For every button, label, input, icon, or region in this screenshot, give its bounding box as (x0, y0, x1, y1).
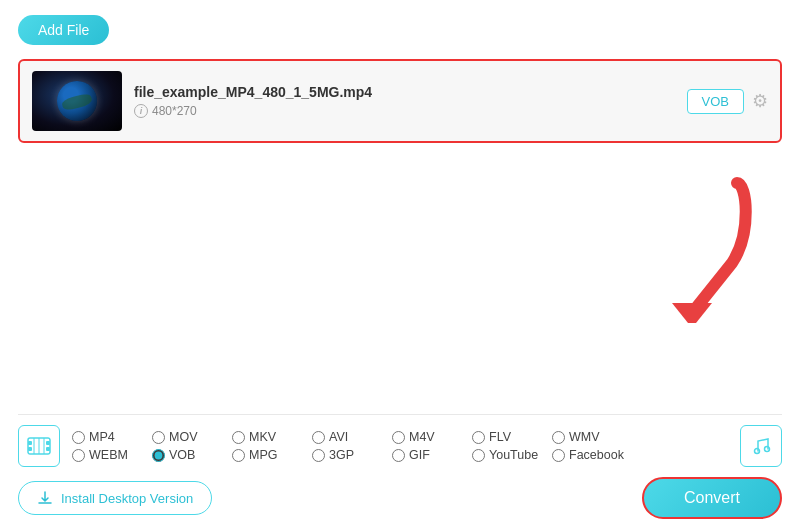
format-option-youtube[interactable]: YouTube (472, 448, 552, 462)
svg-rect-3 (28, 441, 32, 445)
format-option-mpg[interactable]: MPG (232, 448, 312, 462)
format-option-gif[interactable]: GIF (392, 448, 472, 462)
format-option-mov[interactable]: MOV (152, 430, 232, 444)
svg-point-10 (755, 449, 760, 454)
format-option-vob[interactable]: VOB (152, 448, 232, 462)
format-row-1: MP4 MOV MKV AVI M4V FLV WM (72, 430, 732, 444)
format-row-2: WEBM VOB MPG 3GP GIF YouTube (72, 448, 732, 462)
format-option-webm[interactable]: WEBM (72, 448, 152, 462)
file-thumbnail (32, 71, 122, 131)
bottom-row: Install Desktop Version Convert (18, 477, 782, 519)
format-option-facebook[interactable]: Facebook (552, 448, 632, 462)
middle-area (18, 153, 782, 414)
format-option-m4v[interactable]: M4V (392, 430, 472, 444)
download-icon (37, 490, 53, 506)
install-label: Install Desktop Version (61, 491, 193, 506)
format-option-3gp[interactable]: 3GP (312, 448, 392, 462)
format-option-wmv[interactable]: WMV (552, 430, 632, 444)
svg-rect-4 (28, 447, 32, 451)
format-option-flv[interactable]: FLV (472, 430, 552, 444)
format-option-mkv[interactable]: MKV (232, 430, 312, 444)
svg-marker-1 (672, 303, 712, 323)
format-badge[interactable]: VOB (687, 89, 744, 114)
svg-rect-5 (46, 441, 50, 445)
file-meta: i 480*270 (134, 104, 675, 118)
svg-rect-6 (46, 447, 50, 451)
file-info: file_example_MP4_480_1_5MG.mp4 i 480*270 (134, 84, 675, 118)
file-list-item: file_example_MP4_480_1_5MG.mp4 i 480*270… (18, 59, 782, 143)
settings-button[interactable]: ⚙ (752, 90, 768, 112)
film-strip-svg (26, 433, 52, 459)
format-option-mp4[interactable]: MP4 (72, 430, 152, 444)
app-container: Add File file_example_MP4_480_1_5MG.mp4 … (0, 0, 800, 531)
add-file-button[interactable]: Add File (18, 15, 109, 45)
file-name: file_example_MP4_480_1_5MG.mp4 (134, 84, 675, 100)
music-icon (740, 425, 782, 467)
file-actions: VOB ⚙ (687, 89, 768, 114)
music-note-svg (750, 435, 772, 457)
convert-button[interactable]: Convert (642, 477, 782, 519)
info-icon: i (134, 104, 148, 118)
header: Add File (18, 15, 782, 45)
thumbnail-image (57, 81, 97, 121)
film-icon (18, 425, 60, 467)
arrow-icon (662, 173, 762, 323)
format-option-avi[interactable]: AVI (312, 430, 392, 444)
install-button[interactable]: Install Desktop Version (18, 481, 212, 515)
format-section: MP4 MOV MKV AVI M4V FLV WM (18, 414, 782, 467)
file-resolution: 480*270 (152, 104, 197, 118)
format-grid: MP4 MOV MKV AVI M4V FLV WM (72, 430, 732, 462)
svg-point-11 (765, 447, 770, 452)
